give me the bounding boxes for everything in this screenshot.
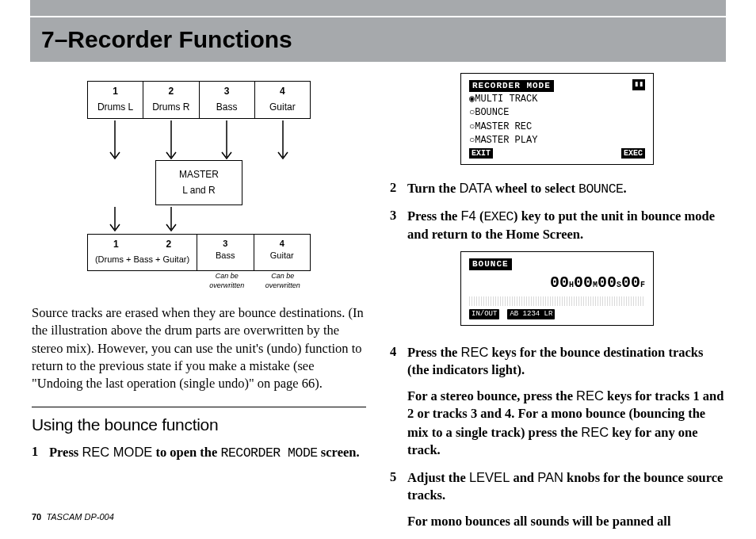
battery-icon: ▮▮ — [632, 79, 645, 90]
arrow-down-icon — [164, 119, 178, 165]
step-1: 1 Press REC MODE to open the RECORDER MO… — [32, 443, 366, 462]
step-4-detail: For a stereo bounce, press the REC keys … — [407, 387, 724, 459]
footer-text: TASCAM DP-004 — [46, 512, 113, 522]
overwrite-note: Can be overwritten — [255, 271, 311, 290]
title-bar: 7–Recorder Functions — [30, 17, 726, 62]
dest-cell: 3Bass — [197, 235, 254, 270]
step-3: 3 Press the F4 (EXEC) key to put the uni… — [390, 207, 724, 244]
diagram-dest-tracks: 12 (Drums + Bass + Guitar) 3Bass 4Guitar — [87, 234, 311, 271]
chapter-title: 7–Recorder Functions — [41, 26, 292, 53]
lcd-title: RECORDER MODE — [469, 80, 554, 92]
track-cell: 4Guitar — [255, 82, 310, 118]
overwrite-note: Can be overwritten — [199, 271, 255, 290]
page-footer: 70 TASCAM DP-004 — [32, 512, 114, 522]
arrow-down-icon — [220, 119, 234, 165]
arrow-down-icon — [276, 119, 290, 165]
diagram-master-box: MASTER L and R — [155, 160, 242, 205]
dest-cell-12: 12 (Drums + Bass + Guitar) — [88, 235, 197, 270]
page-number: 70 — [32, 512, 41, 522]
step-5-detail: For mono bounces all sounds will be pann… — [407, 513, 724, 530]
step-5: 5 Adjust the LEVEL and PAN knobs for the… — [390, 468, 724, 505]
lcd-option: ◉MULTI TRACK — [469, 93, 645, 105]
section-heading: Using the bounce function — [32, 414, 366, 436]
lcd-meter-bars — [469, 296, 645, 306]
body-paragraph: Source tracks are erased when they are b… — [32, 304, 366, 392]
lcd-footer: IN/OUT AB 1234 LR — [469, 309, 645, 319]
lcd-title: BOUNCE — [469, 258, 512, 270]
lcd-option: ○MASTER REC — [469, 120, 645, 133]
arrow-down-icon — [108, 119, 122, 165]
diagram-source-tracks: 1Drums L 2Drums R 3Bass 4Guitar — [87, 81, 311, 119]
content-columns: 1Drums L 2Drums R 3Bass 4Guitar MASTER L… — [32, 73, 724, 499]
right-column: RECORDER MODE▮▮ ◉MULTI TRACK ○BOUNCE ○MA… — [390, 73, 724, 499]
track-cell: 3Bass — [200, 82, 255, 118]
arrows-down-1 — [87, 119, 311, 165]
lcd-bounce: BOUNCE 00H00M00S00F IN/OUT AB 1234 LR — [460, 251, 654, 325]
lcd-exec: EXEC — [621, 148, 645, 159]
track-cell: 2Drums R — [143, 82, 199, 118]
lcd-exit: EXIT — [469, 148, 493, 159]
lcd-option: ○MASTER PLAY — [469, 134, 645, 147]
top-accent-bar — [30, 0, 726, 16]
track-cell: 1Drums L — [88, 82, 143, 118]
divider — [32, 407, 366, 407]
arrows-down-2 — [87, 205, 311, 237]
lcd-recorder-mode: RECORDER MODE▮▮ ◉MULTI TRACK ○BOUNCE ○MA… — [460, 73, 654, 165]
arrow-down-icon — [164, 205, 178, 237]
step-2: 2 Turn the DATA wheel to select BOUNCE. — [390, 179, 724, 198]
lcd-timecode: 00H00M00S00F — [469, 272, 645, 293]
lcd-option: ○BOUNCE — [469, 106, 645, 119]
arrow-down-icon — [108, 205, 122, 237]
dest-cell: 4Guitar — [254, 235, 311, 270]
left-column: 1Drums L 2Drums R 3Bass 4Guitar MASTER L… — [32, 73, 366, 499]
overwrite-note-row: Can be overwritten Can be overwritten — [87, 271, 311, 290]
step-4: 4 Press the REC keys for the bounce dest… — [390, 343, 724, 380]
lcd-footer: EXIT EXEC — [469, 148, 645, 159]
